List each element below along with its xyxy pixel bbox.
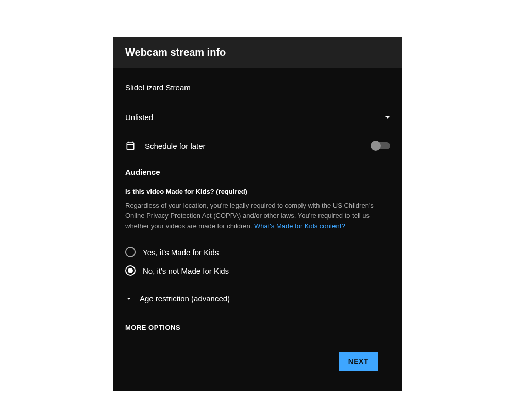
age-restriction-label: Age restriction (advanced) [140,294,230,303]
made-for-kids-description: Regardless of your location, you're lega… [125,200,390,231]
stream-title-input[interactable] [125,80,390,95]
schedule-toggle[interactable] [372,142,390,149]
radio-yes-made-for-kids[interactable]: Yes, it's Made for Kids [125,243,390,261]
radio-label: No, it's not Made for Kids [143,266,229,275]
visibility-selected-label: Unlisted [125,113,153,122]
radio-dot-icon [128,268,133,273]
toggle-knob [371,141,381,151]
more-options-button[interactable]: MORE OPTIONS [125,324,390,331]
age-restriction-expand[interactable]: Age restriction (advanced) [125,294,390,303]
radio-icon [125,265,136,276]
webcam-stream-dialog: Webcam stream info Unlisted Schedule for… [113,37,402,391]
chevron-down-icon [125,295,132,303]
made-for-kids-radio-group: Yes, it's Made for Kids No, it's not Mad… [125,243,390,280]
dialog-body: Unlisted Schedule for later Audience Is … [113,68,402,391]
radio-no-not-made-for-kids[interactable]: No, it's not Made for Kids [125,261,390,280]
radio-label: Yes, it's Made for Kids [143,248,219,257]
schedule-label: Schedule for later [145,142,206,150]
dialog-title: Webcam stream info [125,46,390,58]
dialog-footer: NEXT [125,352,390,381]
made-for-kids-link[interactable]: What's Made for Kids content? [254,222,345,230]
dialog-header: Webcam stream info [113,37,402,68]
radio-icon [125,247,136,257]
audience-heading: Audience [125,167,390,176]
visibility-dropdown[interactable]: Unlisted [125,110,390,126]
dropdown-arrow-icon [385,116,390,119]
schedule-left: Schedule for later [125,141,206,151]
schedule-row: Schedule for later [125,141,390,151]
made-for-kids-question: Is this video Made for Kids? (required) [125,188,390,195]
next-button[interactable]: NEXT [339,352,378,371]
calendar-icon [125,141,136,151]
